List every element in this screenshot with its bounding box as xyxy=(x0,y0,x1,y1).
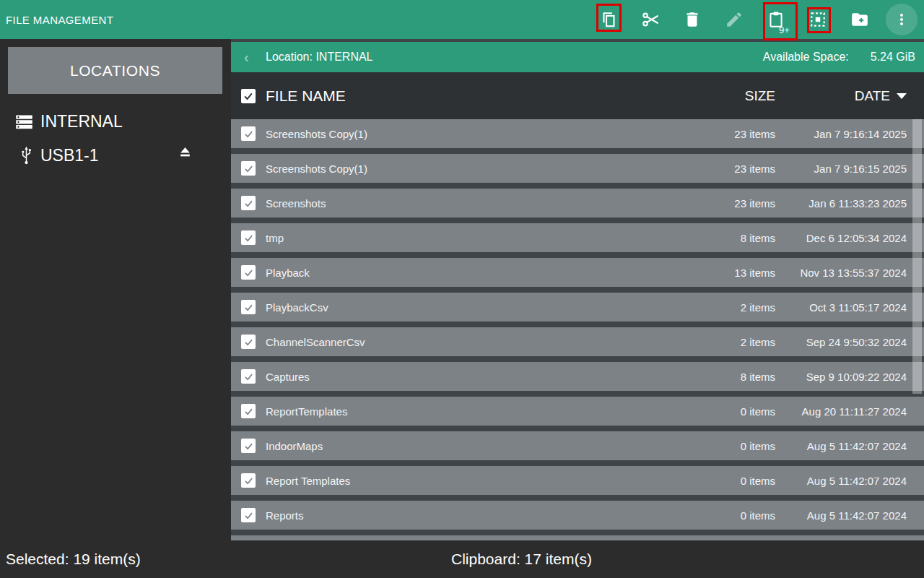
file-browser-pane: ‹ Location: INTERNAL Available Space: 5.… xyxy=(231,39,924,540)
file-date: Aug 5 11:42:07 2024 xyxy=(775,509,924,522)
row-checkbox[interactable] xyxy=(241,508,256,522)
scrollbar-thumb[interactable] xyxy=(912,119,922,394)
row-checkbox[interactable] xyxy=(241,300,256,314)
new-folder-button[interactable] xyxy=(839,4,881,35)
select-all-icon xyxy=(808,10,827,29)
available-space-value: 5.24 GiB xyxy=(871,51,915,64)
row-checkbox[interactable] xyxy=(241,473,256,488)
file-size: 8 items xyxy=(696,371,775,383)
file-date: Oct 3 11:05:17 2024 xyxy=(775,301,924,314)
row-checkbox[interactable] xyxy=(241,439,256,453)
file-row[interactable]: Playback 13 items Nov 13 13:55:37 2024 xyxy=(231,258,924,287)
sidebar-item-usb1-1[interactable]: USB1-1 xyxy=(0,140,231,171)
file-name: Screenshots Copy(1) xyxy=(266,163,696,175)
row-checkbox[interactable] xyxy=(241,126,256,141)
file-name: PlaybackCsv xyxy=(266,301,696,314)
file-row[interactable]: ChannelScannerCsv 2 items Sep 24 9:50:32… xyxy=(231,327,924,356)
file-date: Jan 7 9:16:14 2025 xyxy=(775,128,924,140)
file-row[interactable]: IndoorMaps 0 items Aug 5 11:42:07 2024 xyxy=(231,431,924,460)
row-checkbox[interactable] xyxy=(241,369,256,384)
row-checkbox[interactable] xyxy=(241,265,256,280)
file-size: 2 items xyxy=(696,301,775,314)
file-size: 8 items xyxy=(696,232,775,244)
file-list: Screenshots Copy(1) 23 items Jan 7 9:16:… xyxy=(231,119,924,540)
file-name: Playback xyxy=(266,267,696,279)
file-date: Sep 24 9:50:32 2024 xyxy=(775,336,924,348)
file-size: 2 items xyxy=(696,336,775,348)
usb-icon xyxy=(19,144,34,166)
select-all-button[interactable] xyxy=(797,4,839,35)
file-size: 23 items xyxy=(696,128,775,140)
sidebar-item-label: USB1-1 xyxy=(40,146,99,165)
clipboard-count-label: Clipboard: 17 item(s) xyxy=(451,540,592,578)
location-bar: ‹ Location: INTERNAL Available Space: 5.… xyxy=(231,42,924,72)
rename-button[interactable] xyxy=(713,4,755,35)
eject-icon[interactable] xyxy=(178,144,193,160)
table-header: FILE NAME SIZE DATE xyxy=(231,72,924,119)
more-vert-icon xyxy=(893,11,910,28)
sort-descending-icon xyxy=(897,93,907,99)
column-header-file-name[interactable]: FILE NAME xyxy=(266,87,696,105)
file-management-screen: FILE MANAGEMENT xyxy=(0,0,924,578)
file-row[interactable]: Reports 0 items Aug 5 11:42:07 2024 xyxy=(231,501,924,530)
file-date: Aug 5 11:42:07 2024 xyxy=(775,440,924,452)
copy-button[interactable] xyxy=(588,4,629,35)
current-location-label: Location: INTERNAL xyxy=(266,51,373,64)
column-header-size[interactable]: SIZE xyxy=(696,88,775,104)
file-date: Sep 9 10:09:22 2024 xyxy=(775,371,924,383)
sidebar-item-internal[interactable]: INTERNAL xyxy=(0,107,231,136)
file-row-partial[interactable] xyxy=(231,535,924,540)
row-checkbox[interactable] xyxy=(241,230,256,245)
trash-icon xyxy=(683,10,702,29)
file-row[interactable]: tmp 8 items Dec 6 12:05:34 2024 xyxy=(231,223,924,252)
file-date: Jan 6 11:33:23 2025 xyxy=(775,197,924,210)
file-size: 0 items xyxy=(696,509,775,522)
file-date: Nov 13 13:55:37 2024 xyxy=(775,267,924,279)
paste-button[interactable]: 9+ xyxy=(755,4,797,35)
ripple-circle xyxy=(886,4,918,35)
column-header-date[interactable]: DATE xyxy=(775,88,924,104)
copy-icon xyxy=(599,10,618,29)
file-size: 13 items xyxy=(696,267,775,279)
file-name: Screenshots xyxy=(266,197,696,210)
file-size: 0 items xyxy=(696,440,775,452)
row-checkbox[interactable] xyxy=(241,335,256,349)
file-name: Screenshots Copy(1) xyxy=(266,128,696,140)
cut-button[interactable] xyxy=(629,4,671,35)
paste-count-badge: 9+ xyxy=(779,25,790,35)
sidebar-item-label: INTERNAL xyxy=(40,112,123,131)
available-space-label: Available Space: xyxy=(763,51,849,64)
status-bar: Selected: 19 item(s) Clipboard: 17 item(… xyxy=(0,540,924,578)
file-name: Captures xyxy=(266,371,696,383)
file-date: Jan 7 9:16:15 2025 xyxy=(775,163,924,175)
select-all-checkbox[interactable] xyxy=(241,89,256,103)
file-name: ChannelScannerCsv xyxy=(266,336,696,348)
file-row[interactable]: Screenshots Copy(1) 23 items Jan 7 9:16:… xyxy=(231,154,924,183)
file-row[interactable]: Report Templates 0 items Aug 5 11:42:07 … xyxy=(231,466,924,495)
file-row[interactable]: Captures 8 items Sep 9 10:09:22 2024 xyxy=(231,362,924,391)
storage-icon xyxy=(14,112,34,131)
file-row[interactable]: Screenshots 23 items Jan 6 11:33:23 2025 xyxy=(231,189,924,217)
back-chevron-icon[interactable]: ‹ xyxy=(244,50,254,64)
folder-plus-icon xyxy=(850,10,869,29)
file-row[interactable]: ReportTemplates 0 items Aug 20 11:11:27 … xyxy=(231,397,924,426)
available-space: Available Space: 5.24 GiB xyxy=(763,51,924,64)
file-date: Aug 20 11:11:27 2024 xyxy=(775,405,924,418)
more-menu-button[interactable] xyxy=(881,4,923,35)
row-checkbox[interactable] xyxy=(241,161,256,176)
file-name: Reports xyxy=(266,509,696,522)
file-row[interactable]: PlaybackCsv 2 items Oct 3 11:05:17 2024 xyxy=(231,293,924,322)
row-checkbox[interactable] xyxy=(241,196,256,210)
file-row[interactable]: Screenshots Copy(1) 23 items Jan 7 9:16:… xyxy=(231,119,924,148)
file-size: 0 items xyxy=(696,405,775,418)
file-size: 23 items xyxy=(696,197,775,210)
pencil-icon xyxy=(725,10,744,29)
row-checkbox[interactable] xyxy=(241,404,256,418)
file-size: 0 items xyxy=(696,475,775,487)
file-name: IndoorMaps xyxy=(266,440,696,452)
locations-sidebar: LOCATIONS INTERNAL USB1-1 xyxy=(0,39,231,578)
file-name: tmp xyxy=(266,232,696,244)
toolbar: 9+ xyxy=(588,4,923,35)
file-name: ReportTemplates xyxy=(266,405,696,418)
delete-button[interactable] xyxy=(671,4,713,35)
